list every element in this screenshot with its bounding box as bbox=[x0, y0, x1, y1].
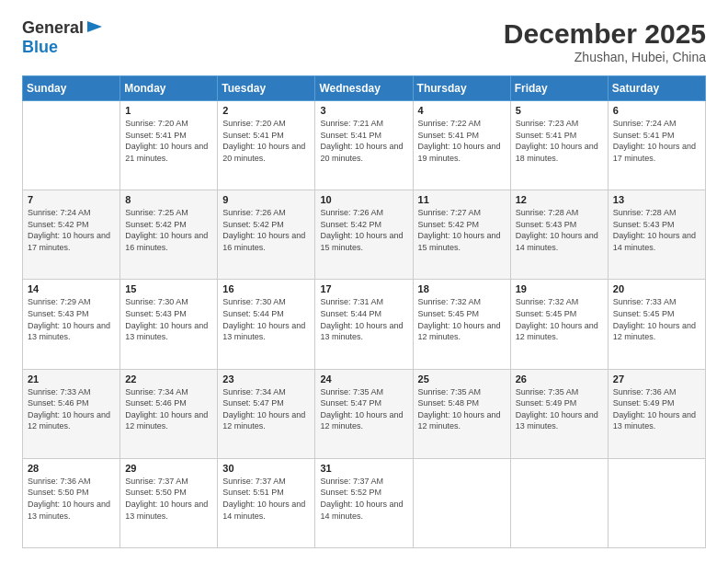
table-row: 31Sunrise: 7:37 AMSunset: 5:52 PMDayligh… bbox=[315, 458, 413, 547]
table-row: 2Sunrise: 7:20 AMSunset: 5:41 PMDaylight… bbox=[218, 101, 315, 190]
cell-sun-info: Sunrise: 7:35 AMSunset: 5:48 PMDaylight:… bbox=[418, 386, 506, 432]
day-number: 16 bbox=[222, 283, 310, 294]
col-thursday: Thursday bbox=[413, 76, 510, 101]
day-number: 12 bbox=[516, 194, 603, 205]
table-row: 22Sunrise: 7:34 AMSunset: 5:46 PMDayligh… bbox=[120, 369, 218, 458]
table-row: 30Sunrise: 7:37 AMSunset: 5:51 PMDayligh… bbox=[218, 458, 315, 547]
day-number: 14 bbox=[28, 283, 115, 294]
cell-sun-info: Sunrise: 7:30 AMSunset: 5:44 PMDaylight:… bbox=[222, 296, 310, 342]
table-row: 28Sunrise: 7:36 AMSunset: 5:50 PMDayligh… bbox=[23, 458, 120, 547]
cell-sun-info: Sunrise: 7:21 AMSunset: 5:41 PMDaylight:… bbox=[320, 118, 407, 164]
table-row: 6Sunrise: 7:24 AMSunset: 5:41 PMDaylight… bbox=[608, 101, 705, 190]
table-row: 12Sunrise: 7:28 AMSunset: 5:43 PMDayligh… bbox=[510, 190, 608, 280]
cell-sun-info: Sunrise: 7:23 AMSunset: 5:41 PMDaylight:… bbox=[516, 118, 603, 164]
logo-blue: Blue bbox=[22, 38, 58, 57]
day-number: 25 bbox=[418, 373, 506, 385]
logo: General Blue bbox=[22, 18, 104, 57]
title-block: December 2025 Zhushan, Hubei, China bbox=[504, 18, 706, 64]
location-subtitle: Zhushan, Hubei, China bbox=[504, 50, 706, 64]
cell-sun-info: Sunrise: 7:31 AMSunset: 5:44 PMDaylight:… bbox=[320, 296, 407, 342]
svg-marker-0 bbox=[87, 21, 102, 32]
cell-sun-info: Sunrise: 7:32 AMSunset: 5:45 PMDaylight:… bbox=[418, 296, 506, 342]
day-number: 10 bbox=[320, 194, 407, 205]
col-sunday: Sunday bbox=[23, 76, 120, 101]
table-row: 18Sunrise: 7:32 AMSunset: 5:45 PMDayligh… bbox=[413, 280, 510, 369]
table-row: 26Sunrise: 7:35 AMSunset: 5:49 PMDayligh… bbox=[510, 369, 608, 458]
day-number: 19 bbox=[516, 283, 603, 294]
cell-sun-info: Sunrise: 7:30 AMSunset: 5:43 PMDaylight:… bbox=[125, 296, 212, 342]
day-number: 15 bbox=[125, 283, 212, 294]
day-number: 13 bbox=[613, 194, 700, 205]
cell-sun-info: Sunrise: 7:36 AMSunset: 5:50 PMDaylight:… bbox=[28, 476, 115, 522]
header: General Blue December 2025 Zhushan, Hube… bbox=[22, 18, 706, 64]
calendar-week-row: 28Sunrise: 7:36 AMSunset: 5:50 PMDayligh… bbox=[23, 458, 706, 547]
day-number: 5 bbox=[516, 105, 603, 116]
calendar-table: Sunday Monday Tuesday Wednesday Thursday… bbox=[22, 75, 706, 548]
table-row bbox=[413, 458, 510, 547]
cell-sun-info: Sunrise: 7:26 AMSunset: 5:42 PMDaylight:… bbox=[222, 207, 310, 253]
day-number: 18 bbox=[418, 283, 506, 294]
logo-general: General bbox=[22, 18, 84, 38]
col-tuesday: Tuesday bbox=[218, 76, 315, 101]
table-row: 15Sunrise: 7:30 AMSunset: 5:43 PMDayligh… bbox=[120, 280, 218, 369]
col-wednesday: Wednesday bbox=[315, 76, 413, 101]
cell-sun-info: Sunrise: 7:28 AMSunset: 5:43 PMDaylight:… bbox=[516, 207, 603, 253]
day-number: 3 bbox=[320, 105, 407, 116]
cell-sun-info: Sunrise: 7:26 AMSunset: 5:42 PMDaylight:… bbox=[320, 207, 407, 253]
day-number: 2 bbox=[222, 105, 310, 116]
table-row bbox=[23, 101, 120, 190]
day-number: 8 bbox=[125, 194, 212, 205]
cell-sun-info: Sunrise: 7:28 AMSunset: 5:43 PMDaylight:… bbox=[613, 207, 700, 253]
table-row: 7Sunrise: 7:24 AMSunset: 5:42 PMDaylight… bbox=[23, 190, 120, 280]
day-number: 22 bbox=[125, 373, 212, 385]
cell-sun-info: Sunrise: 7:27 AMSunset: 5:42 PMDaylight:… bbox=[418, 207, 506, 253]
logo-flag-icon bbox=[85, 19, 104, 38]
cell-sun-info: Sunrise: 7:37 AMSunset: 5:52 PMDaylight:… bbox=[320, 476, 407, 522]
table-row: 10Sunrise: 7:26 AMSunset: 5:42 PMDayligh… bbox=[315, 190, 413, 280]
cell-sun-info: Sunrise: 7:22 AMSunset: 5:41 PMDaylight:… bbox=[418, 118, 506, 164]
calendar-week-row: 14Sunrise: 7:29 AMSunset: 5:43 PMDayligh… bbox=[23, 280, 706, 369]
day-number: 9 bbox=[222, 194, 310, 205]
calendar-header-row: Sunday Monday Tuesday Wednesday Thursday… bbox=[23, 76, 706, 101]
cell-sun-info: Sunrise: 7:34 AMSunset: 5:46 PMDaylight:… bbox=[125, 386, 212, 432]
cell-sun-info: Sunrise: 7:29 AMSunset: 5:43 PMDaylight:… bbox=[28, 296, 115, 342]
table-row: 20Sunrise: 7:33 AMSunset: 5:45 PMDayligh… bbox=[608, 280, 705, 369]
table-row: 3Sunrise: 7:21 AMSunset: 5:41 PMDaylight… bbox=[315, 101, 413, 190]
day-number: 1 bbox=[125, 105, 212, 116]
cell-sun-info: Sunrise: 7:20 AMSunset: 5:41 PMDaylight:… bbox=[222, 118, 310, 164]
table-row: 9Sunrise: 7:26 AMSunset: 5:42 PMDaylight… bbox=[218, 190, 315, 280]
table-row: 5Sunrise: 7:23 AMSunset: 5:41 PMDaylight… bbox=[510, 101, 608, 190]
calendar-week-row: 7Sunrise: 7:24 AMSunset: 5:42 PMDaylight… bbox=[23, 190, 706, 280]
table-row: 16Sunrise: 7:30 AMSunset: 5:44 PMDayligh… bbox=[218, 280, 315, 369]
month-year-title: December 2025 bbox=[504, 18, 706, 50]
cell-sun-info: Sunrise: 7:24 AMSunset: 5:41 PMDaylight:… bbox=[613, 118, 700, 164]
table-row: 14Sunrise: 7:29 AMSunset: 5:43 PMDayligh… bbox=[23, 280, 120, 369]
cell-sun-info: Sunrise: 7:34 AMSunset: 5:47 PMDaylight:… bbox=[222, 386, 310, 432]
table-row: 24Sunrise: 7:35 AMSunset: 5:47 PMDayligh… bbox=[315, 369, 413, 458]
day-number: 24 bbox=[320, 373, 407, 385]
cell-sun-info: Sunrise: 7:24 AMSunset: 5:42 PMDaylight:… bbox=[28, 207, 115, 253]
day-number: 31 bbox=[320, 463, 407, 474]
day-number: 29 bbox=[125, 463, 212, 474]
table-row: 1Sunrise: 7:20 AMSunset: 5:41 PMDaylight… bbox=[120, 101, 218, 190]
day-number: 27 bbox=[613, 373, 700, 385]
logo-text: General bbox=[22, 18, 104, 38]
day-number: 7 bbox=[28, 194, 115, 205]
day-number: 26 bbox=[516, 373, 603, 385]
page: General Blue December 2025 Zhushan, Hube… bbox=[0, 0, 728, 563]
cell-sun-info: Sunrise: 7:25 AMSunset: 5:42 PMDaylight:… bbox=[125, 207, 212, 253]
cell-sun-info: Sunrise: 7:33 AMSunset: 5:46 PMDaylight:… bbox=[28, 386, 115, 432]
day-number: 23 bbox=[222, 373, 310, 385]
calendar-week-row: 1Sunrise: 7:20 AMSunset: 5:41 PMDaylight… bbox=[23, 101, 706, 190]
day-number: 6 bbox=[613, 105, 700, 116]
table-row: 21Sunrise: 7:33 AMSunset: 5:46 PMDayligh… bbox=[23, 369, 120, 458]
day-number: 30 bbox=[222, 463, 310, 474]
cell-sun-info: Sunrise: 7:37 AMSunset: 5:50 PMDaylight:… bbox=[125, 476, 212, 522]
table-row: 4Sunrise: 7:22 AMSunset: 5:41 PMDaylight… bbox=[413, 101, 510, 190]
day-number: 20 bbox=[613, 283, 700, 294]
table-row bbox=[510, 458, 608, 547]
cell-sun-info: Sunrise: 7:32 AMSunset: 5:45 PMDaylight:… bbox=[516, 296, 603, 342]
cell-sun-info: Sunrise: 7:33 AMSunset: 5:45 PMDaylight:… bbox=[613, 296, 700, 342]
cell-sun-info: Sunrise: 7:36 AMSunset: 5:49 PMDaylight:… bbox=[613, 386, 700, 432]
cell-sun-info: Sunrise: 7:35 AMSunset: 5:49 PMDaylight:… bbox=[516, 386, 603, 432]
